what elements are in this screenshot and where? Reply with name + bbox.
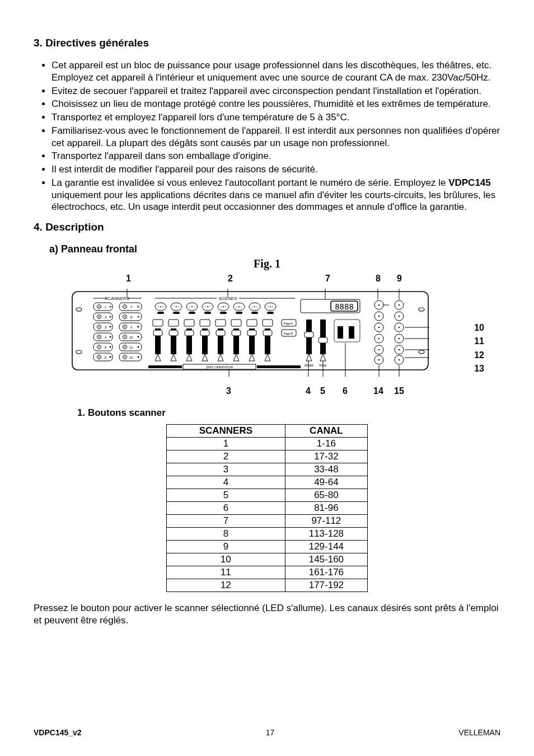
- table-row: 681-96: [167, 502, 368, 515]
- svg-rect-117: [216, 320, 226, 326]
- svg-point-85: [207, 306, 208, 307]
- section-4-num: 4.: [34, 221, 43, 233]
- speed-fade-faders: SPEED FADE: [305, 320, 327, 367]
- svg-point-4: [419, 350, 424, 354]
- svg-point-169: [399, 327, 400, 328]
- scene-buttons: [155, 303, 276, 314]
- svg-point-54: [124, 336, 125, 337]
- scanner-buttons: 1 2 3 4 5 6 7 8 9 10 11 12: [93, 303, 142, 361]
- svg-point-46: [138, 316, 139, 318]
- svg-rect-98: [236, 312, 242, 314]
- callout-8: 8: [376, 274, 381, 284]
- svg-point-175: [399, 359, 400, 360]
- svg-point-51: [138, 326, 139, 328]
- svg-point-96: [236, 306, 237, 307]
- callout-lines-top: [127, 289, 399, 299]
- callout-10: 10: [474, 322, 484, 334]
- svg-point-165: [399, 304, 400, 306]
- svg-point-2: [76, 350, 82, 354]
- svg-rect-88: [204, 312, 211, 314]
- page: 3. Directives générales Cet appareil est…: [0, 0, 534, 756]
- table-row: 565-80: [167, 489, 368, 502]
- svg-point-26: [110, 336, 111, 338]
- callout-3: 3: [226, 386, 231, 396]
- sub-1-heading: 1. Boutons scanner: [77, 407, 500, 419]
- svg-point-66: [138, 356, 139, 358]
- svg-rect-143: [320, 320, 326, 354]
- svg-point-101: [252, 306, 252, 307]
- bullet-item: Cet appareil est un bloc de puissance po…: [51, 59, 500, 84]
- svg-point-19: [99, 326, 100, 327]
- svg-point-1: [76, 308, 82, 311]
- bank-buttons: [334, 320, 360, 342]
- svg-rect-103: [251, 312, 258, 314]
- svg-point-24: [99, 336, 100, 337]
- footer-left: VDPC145_v2: [34, 728, 82, 737]
- warranty-pre: La garantie est invalidée si vous enleve…: [51, 177, 448, 188]
- svg-point-100: [254, 306, 255, 307]
- scanners-label: SCANNERS: [105, 296, 130, 301]
- svg-point-82: [194, 306, 194, 307]
- svg-rect-150: [349, 326, 354, 339]
- svg-point-91: [221, 306, 221, 307]
- svg-point-167: [399, 316, 400, 317]
- warranty-post: uniquement pour les applications décrite…: [51, 190, 495, 213]
- svg-point-49: [124, 326, 125, 327]
- display-value: 8888: [335, 302, 354, 311]
- table-row: 12177-192: [167, 579, 368, 592]
- svg-point-39: [124, 306, 125, 307]
- svg-rect-122: [153, 330, 162, 336]
- svg-rect-126: [185, 330, 194, 336]
- callout-7: 7: [325, 274, 330, 284]
- svg-point-3: [419, 308, 424, 311]
- svg-text:10: 10: [129, 336, 133, 339]
- svg-rect-114: [168, 320, 179, 326]
- svg-rect-118: [231, 320, 241, 326]
- svg-point-59: [124, 346, 125, 348]
- svg-point-77: [178, 306, 179, 307]
- callout-6: 6: [343, 386, 348, 396]
- bullet-item: Transportez l'appareil dans son emballag…: [51, 150, 500, 162]
- table-row: 217-32: [167, 450, 368, 463]
- section-3-bullets: Cet appareil est un bloc de puissance po…: [34, 59, 500, 213]
- svg-point-70: [160, 306, 161, 307]
- svg-point-34: [99, 356, 100, 358]
- callout-14: 14: [373, 386, 383, 396]
- svg-rect-141: [305, 332, 313, 337]
- post-table-paragraph: Pressez le bouton pour activer le scanne…: [34, 602, 500, 627]
- svg-text:8: 8: [130, 316, 133, 319]
- svg-rect-132: [232, 330, 241, 336]
- svg-text:4: 4: [105, 336, 107, 339]
- callout-11: 11: [474, 335, 484, 348]
- svg-point-86: [205, 306, 205, 307]
- svg-point-155: [378, 316, 380, 317]
- svg-text:Page A: Page A: [284, 322, 293, 325]
- section-3-num: 3.: [34, 37, 43, 49]
- svg-rect-93: [220, 312, 227, 314]
- svg-point-80: [191, 306, 193, 307]
- callout-15: 15: [394, 386, 404, 396]
- svg-point-90: [223, 306, 224, 307]
- callout-4: 4: [306, 386, 311, 396]
- svg-point-87: [209, 306, 210, 307]
- figure-side-callouts: 10 11 12 13: [474, 307, 484, 377]
- svg-point-44: [124, 316, 125, 317]
- svg-text:3: 3: [105, 326, 107, 329]
- page-switch: Page A Page B: [282, 320, 296, 336]
- svg-rect-130: [216, 330, 225, 336]
- page-footer: VDPC145_v2 17 VELLEMAN: [34, 728, 500, 737]
- svg-point-92: [225, 306, 226, 307]
- section-4-heading: 4. Description: [34, 221, 500, 233]
- th-canal: CANAL: [285, 425, 367, 438]
- svg-point-102: [256, 306, 257, 307]
- callout-9: 9: [397, 274, 402, 284]
- footer-right: VELLEMAN: [458, 728, 500, 737]
- callout-1: 1: [126, 274, 131, 284]
- callout-5: 5: [320, 386, 325, 396]
- svg-text:6: 6: [105, 356, 107, 359]
- section-3-title: Directives générales: [45, 37, 149, 49]
- svg-text:1: 1: [105, 306, 107, 309]
- figure-1: 1 2 7 8 9 SCANNERS: [71, 274, 463, 400]
- figure-top-callouts: 1 2 7 8 9: [71, 274, 463, 287]
- svg-point-95: [238, 306, 240, 307]
